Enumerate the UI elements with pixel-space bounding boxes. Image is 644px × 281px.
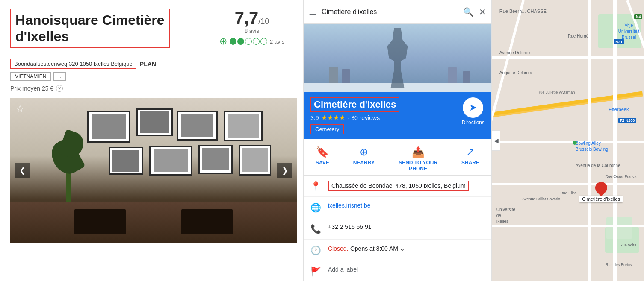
hours-row: 🕐 Closed. Opens at 8:00 AM ⌄	[304, 240, 491, 261]
favorite-icon[interactable]: ☆	[15, 103, 25, 115]
n4-badge: N4	[634, 14, 643, 19]
map-background[interactable]: Rue Beerh... CHASSE Rue Hergé Avenue Del…	[492, 0, 644, 281]
nearby-label: NEARBY	[353, 160, 375, 166]
phone-icon: 📞	[310, 224, 321, 234]
hours-open: Opens at 8:00 AM ⌄	[350, 245, 405, 252]
rating-row: 3.9 ★★★★ · 30 reviews	[310, 114, 399, 122]
tags-row: VIETNAMIEN ..	[10, 72, 293, 81]
place-website[interactable]: ixelles.irisnet.be	[328, 202, 371, 209]
globe-icon: 🌐	[310, 202, 321, 213]
ta-circle-5	[260, 38, 267, 45]
place-info-left: Cimetière d'ixelles 3.9 ★★★★ · 30 review…	[310, 97, 399, 134]
website-row: 🌐 ixelles.irisnet.be	[304, 197, 491, 218]
ta-circle-4	[253, 38, 260, 45]
hours-info: Closed. Opens at 8:00 AM ⌄	[328, 245, 405, 252]
ta-circles	[230, 38, 267, 45]
photo-frame-1	[87, 111, 130, 143]
tombstone-3	[448, 67, 457, 84]
chair-2	[181, 209, 233, 234]
send-to-phone-action[interactable]: 📤 SEND TO YOURPHONE	[399, 146, 437, 172]
map-label-cesar: Rue César Franck	[605, 174, 636, 179]
nearby-icon: ⊕	[360, 146, 368, 158]
maps-header: ☰ 🔍 ✕	[304, 0, 491, 24]
hamburger-icon[interactable]: ☰	[309, 7, 316, 17]
map-pin-label: Cimetière d'ixelles	[579, 196, 623, 202]
photo-frame-7	[198, 145, 233, 174]
chair-1	[74, 209, 126, 234]
directions-label: Directions	[462, 120, 484, 126]
map-pin-shape	[593, 179, 610, 196]
close-icon[interactable]: ✕	[479, 7, 486, 17]
save-action[interactable]: 🔖 SAVE	[316, 146, 329, 172]
photo-frame-6	[149, 146, 192, 176]
collapse-panel-button[interactable]: ◀	[492, 130, 500, 151]
road-horiz-1	[492, 56, 644, 59]
hours-status: Closed.	[328, 245, 348, 252]
map-label-brillat: Avenue Brillat-Savarin	[522, 197, 560, 201]
directions-arrow-icon: ➤	[469, 102, 477, 113]
photo-container: ☆ ❮ ❯	[10, 98, 297, 243]
avis-count: 8 avis	[219, 28, 284, 34]
map-label-elise: Rue Elise	[560, 191, 577, 195]
carousel-prev-button[interactable]: ❮	[15, 163, 30, 178]
map-pin-cemetery[interactable]: Cimetière d'ixelles	[579, 182, 623, 202]
stars-icon: ★★★★	[321, 114, 345, 122]
rating-number: 7,7	[235, 9, 259, 27]
place-info-bar: Cimetière d'ixelles 3.9 ★★★★ · 30 review…	[304, 92, 491, 139]
place-address: Chaussée de Boondael 478, 1050 Ixelles, …	[328, 181, 469, 191]
address-row-maps: 📍 Chaussée de Boondael 478, 1050 Ixelles…	[304, 176, 491, 197]
place-name: Cimetière d'ixelles	[310, 97, 399, 112]
address-box: Boondaalsesteenweg 320 1050 Ixelles Belg…	[10, 59, 136, 69]
tombstone-2	[342, 69, 350, 84]
photo-frame-5	[109, 147, 143, 175]
tombstone-1	[329, 67, 338, 84]
rating-denom: /10	[258, 17, 269, 26]
map-label-brebis: Rue des Brebis	[606, 263, 632, 267]
photo-frame-4	[224, 111, 263, 141]
ta-circle-2	[237, 38, 244, 45]
road-horiz-2	[492, 140, 644, 143]
road-horiz-4	[492, 225, 644, 227]
map-label-vrije: VrijeUniversiteitBrussel	[618, 23, 639, 41]
share-action[interactable]: ↗ SHARE	[461, 146, 479, 172]
save-label: SAVE	[316, 160, 329, 166]
map-label-couronne: Avenue de la Couronne	[576, 163, 620, 168]
table-surface	[10, 202, 297, 243]
prix-help-icon[interactable]: ?	[56, 85, 63, 92]
place-actions-row: 🔖 SAVE ⊕ NEARBY 📤 SEND TO YOURPHONE ↗ SH…	[304, 139, 491, 176]
restaurant-photo	[10, 98, 297, 243]
maps-search-input[interactable]	[322, 8, 458, 16]
ta-circle-1	[230, 38, 236, 45]
photo-frame-2	[136, 108, 173, 136]
hotel-title: Hanoisquare Cimetière d'Ixelles	[10, 9, 170, 48]
r21-badge-1: R21	[614, 39, 624, 44]
map-label-chasse: Rue Beerh... CHASSE	[499, 9, 547, 14]
carousel-next-button[interactable]: ❯	[277, 163, 292, 178]
nearby-action[interactable]: ⊕ NEARBY	[353, 146, 375, 172]
directions-circle: ➤	[463, 97, 483, 118]
clock-icon: 🕐	[310, 245, 321, 255]
share-label: SHARE	[461, 160, 479, 166]
category-tag[interactable]: Cemetery	[310, 122, 399, 134]
tripadvisor-row: ⊕ 2 avis	[219, 36, 284, 47]
address-row: Boondaalsesteenweg 320 1050 Ixelles Belg…	[10, 59, 293, 69]
more-tag[interactable]: ..	[53, 72, 66, 81]
plan-link[interactable]: PLAN	[140, 61, 156, 67]
directions-button[interactable]: ➤ Directions	[462, 97, 484, 126]
restaurant-panel: Hanoisquare Cimetière d'Ixelles 7,7/10 8…	[0, 0, 304, 281]
map-label-delcroix: Avenue Delcroix	[499, 50, 531, 55]
place-details: 📍 Chaussée de Boondael 478, 1050 Ixelles…	[304, 176, 491, 281]
flag-icon: 🚩	[310, 266, 321, 277]
add-label-text[interactable]: Add a label	[328, 266, 358, 273]
save-icon: 🔖	[316, 146, 329, 158]
label-row: 🚩 Add a label	[304, 261, 491, 281]
map-label-herge: Rue Hergé	[568, 34, 588, 38]
search-icon[interactable]: 🔍	[463, 7, 474, 17]
bowling-pin	[573, 140, 577, 145]
ta-avis-count: 2 avis	[270, 38, 284, 45]
map-panel: Rue Beerh... CHASSE Rue Hergé Avenue Del…	[492, 0, 644, 281]
vietnamien-tag[interactable]: VIETNAMIEN	[10, 72, 51, 81]
map-label-bowling: Bowling AlleyBrussels Bowling	[576, 140, 608, 152]
cemetery-area	[606, 217, 632, 239]
tripadvisor-icon: ⊕	[219, 36, 227, 47]
